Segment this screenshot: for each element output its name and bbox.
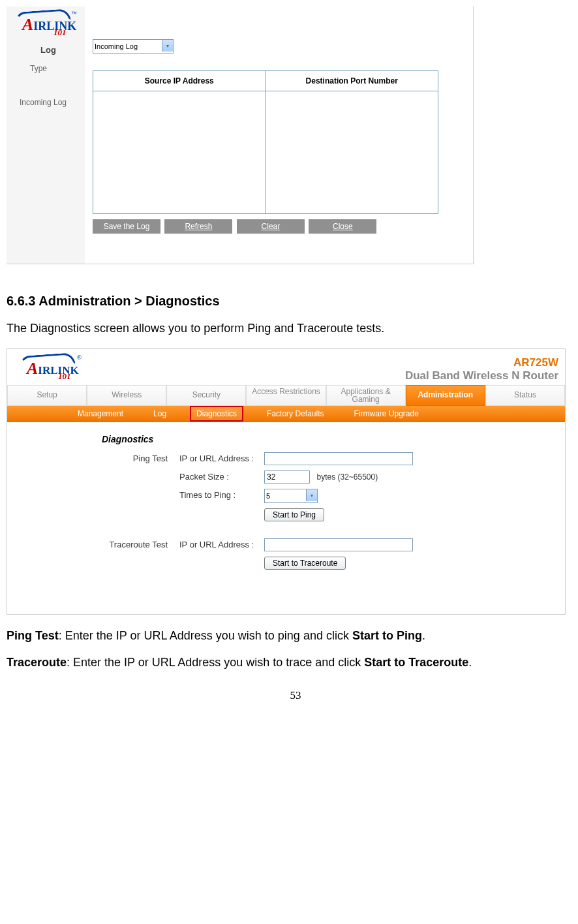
packet-size-input[interactable] (264, 470, 310, 484)
product-code: AR725W (405, 356, 558, 369)
start-to-traceroute-button[interactable]: Start to Traceroute (264, 557, 346, 570)
col-dest-port: Destination Port Number (266, 71, 438, 91)
type-select[interactable]: Incoming Log ▾ (93, 39, 174, 54)
ping-test-label: Ping Test (20, 452, 179, 465)
times-to-ping-value: 5 (266, 492, 270, 500)
diagnostics-title: Diagnostics (102, 434, 552, 444)
page-number: 53 (7, 689, 578, 702)
diagnostics-panel: AIRLINK 101 ® AR725W Dual Band Wireless … (7, 348, 566, 615)
tab-access-restrictions[interactable]: Access Restrictions (246, 385, 326, 406)
section-heading: 6.6.3 Administration > Diagnostics (7, 294, 578, 309)
tab-applications-gaming[interactable]: Applications & Gaming (326, 385, 406, 406)
tab-setup[interactable]: Setup (7, 385, 87, 406)
start-to-ping-button[interactable]: Start to Ping (264, 508, 324, 521)
tab-status[interactable]: Status (485, 385, 565, 406)
ping-test-description: Ping Test: Enter the IP or URL Address y… (7, 629, 578, 643)
intro-text: The Diagnostics screen allows you to per… (7, 322, 578, 335)
refresh-button[interactable]: Refresh (164, 219, 232, 234)
main-tabs: Setup Wireless Security Access Restricti… (7, 385, 565, 406)
airlink-logo: AIRLINK 101 ™ (9, 9, 74, 38)
incoming-log-label: Incoming Log (7, 93, 85, 112)
type-select-value: Incoming Log (95, 42, 138, 50)
log-heading: Log (7, 41, 85, 59)
tab-security[interactable]: Security (166, 385, 246, 406)
subtab-log[interactable]: Log (148, 407, 172, 420)
subtab-diagnostics[interactable]: Diagnostics (190, 406, 243, 422)
incoming-log-table: Source IP Address Destination Port Numbe… (93, 70, 438, 214)
sub-tabs: Management Log Diagnostics Factory Defau… (7, 406, 565, 422)
packet-size-units: bytes (32~65500) (316, 472, 378, 482)
close-button[interactable]: Close (309, 219, 376, 234)
times-to-ping-select[interactable]: 5 ▾ (264, 489, 318, 503)
subtab-factory-defaults[interactable]: Factory Defaults (262, 407, 329, 420)
product-name: Dual Band Wireless N Router (405, 369, 558, 382)
subtab-management[interactable]: Management (72, 407, 129, 420)
save-log-button[interactable]: Save the Log (93, 219, 160, 234)
type-label: Type (7, 59, 85, 78)
traceroute-description: Traceroute: Enter the IP or URL Address … (7, 656, 578, 670)
traceroute-ip-label: IP or URL Address : (179, 538, 264, 551)
col-source-ip: Source IP Address (93, 71, 266, 91)
tab-administration[interactable]: Administration (406, 385, 485, 406)
traceroute-ip-input[interactable] (264, 538, 413, 551)
log-panel: AIRLINK 101 ™ Log Type Incoming Log Inco… (7, 7, 474, 264)
clear-button[interactable]: Clear (237, 219, 305, 234)
ping-ip-label: IP or URL Address : (179, 452, 264, 465)
chevron-down-icon: ▾ (162, 40, 173, 52)
packet-size-label: Packet Size : (179, 470, 264, 484)
subtab-firmware-upgrade[interactable]: Firmware Upgrade (348, 407, 423, 420)
tab-wireless[interactable]: Wireless (87, 385, 166, 406)
times-to-ping-label: Times to Ping : (179, 489, 264, 503)
ping-ip-input[interactable] (264, 452, 413, 465)
chevron-down-icon: ▾ (306, 489, 317, 501)
airlink-logo: AIRLINK 101 ® (14, 353, 79, 382)
traceroute-test-label: Traceroute Test (20, 538, 179, 551)
